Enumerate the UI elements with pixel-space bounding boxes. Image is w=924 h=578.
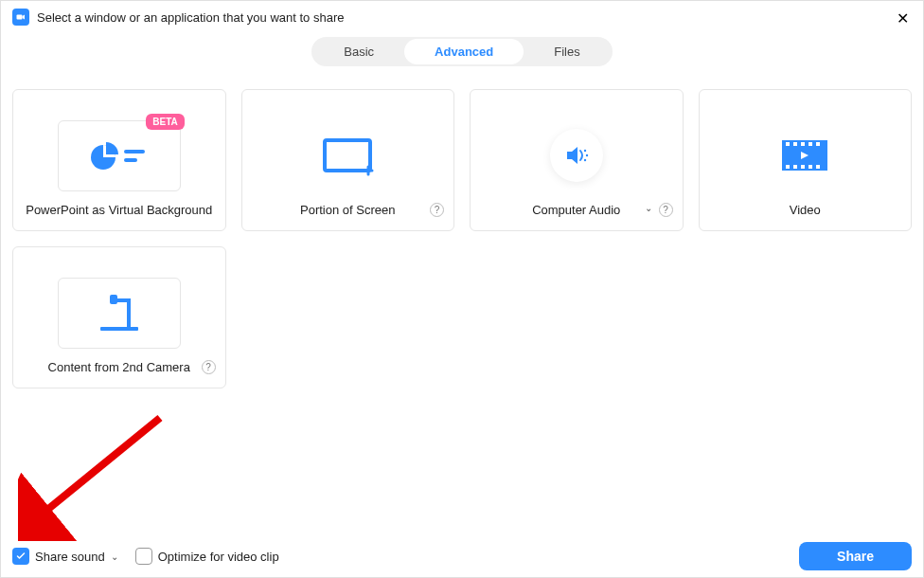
tab-advanced[interactable]: Advanced: [404, 39, 524, 64]
svg-rect-12: [793, 142, 797, 146]
share-sound-checkbox[interactable]: [12, 548, 29, 565]
pie-chart-icon: [86, 136, 152, 174]
card-label: Portion of Screen: [242, 203, 454, 217]
svg-rect-14: [808, 142, 812, 146]
svg-rect-17: [793, 165, 797, 169]
document-camera-icon: [91, 289, 148, 336]
dialog-title: Select a window or an application that y…: [37, 10, 344, 25]
svg-rect-18: [801, 165, 805, 169]
svg-rect-20: [816, 165, 820, 169]
arrow-annotation: [18, 408, 179, 541]
svg-point-7: [584, 159, 586, 161]
close-button[interactable]: ✕: [891, 7, 914, 29]
svg-rect-16: [786, 165, 790, 169]
help-icon[interactable]: ?: [659, 203, 673, 217]
card-computer-audio[interactable]: Computer Audio ⌄ ?: [470, 89, 684, 231]
svg-rect-0: [17, 15, 23, 20]
svg-rect-4: [325, 140, 370, 171]
svg-rect-19: [808, 165, 812, 169]
card-ppt-virtual-bg[interactable]: BETA PowerPoint as Virtual Background: [12, 89, 226, 231]
help-icon[interactable]: ?: [430, 203, 444, 217]
share-button[interactable]: Share: [799, 542, 912, 570]
card-label: PowerPoint as Virtual Background: [13, 203, 225, 217]
svg-rect-3: [124, 158, 137, 162]
tab-files[interactable]: Files: [524, 39, 610, 64]
optimize-video-checkbox[interactable]: [135, 548, 152, 565]
chevron-down-icon[interactable]: ⌄: [645, 203, 652, 213]
svg-rect-11: [786, 142, 790, 146]
zoom-app-icon: [12, 9, 29, 26]
svg-rect-24: [110, 295, 117, 304]
svg-rect-2: [124, 150, 145, 154]
film-icon: [778, 136, 831, 174]
svg-rect-13: [801, 142, 805, 146]
card-video[interactable]: Video: [699, 89, 913, 231]
svg-rect-21: [100, 327, 138, 331]
card-second-camera[interactable]: Content from 2nd Camera ?: [12, 246, 226, 388]
svg-rect-15: [816, 142, 820, 146]
tab-basic[interactable]: Basic: [313, 39, 404, 64]
share-sound-label: Share sound: [35, 550, 105, 564]
svg-point-6: [586, 154, 588, 156]
svg-point-5: [584, 150, 586, 152]
svg-line-25: [32, 418, 160, 522]
screen-portion-icon: [319, 135, 376, 177]
card-label: Video: [700, 203, 912, 217]
card-label: Content from 2nd Camera: [13, 360, 225, 374]
tab-bar: Basic Advanced Files: [311, 37, 612, 66]
speaker-icon: [562, 141, 591, 170]
card-portion-of-screen[interactable]: Portion of Screen ?: [241, 89, 455, 231]
optimize-video-label: Optimize for video clip: [158, 550, 279, 564]
svg-rect-22: [127, 298, 131, 327]
beta-badge: BETA: [146, 114, 184, 130]
help-icon[interactable]: ?: [202, 360, 216, 374]
share-sound-dropdown[interactable]: ⌄: [111, 551, 118, 562]
